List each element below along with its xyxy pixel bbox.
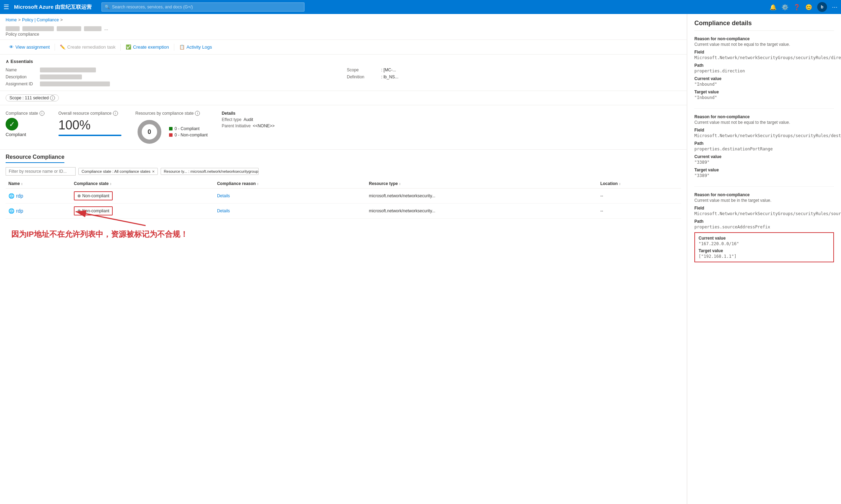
filter-tag-close-icon[interactable]: ✕	[152, 170, 155, 173]
target-value-label-2: Target value	[694, 168, 834, 172]
breadcrumb-sep1: >	[18, 17, 21, 22]
legend-compliant-dot	[169, 127, 173, 130]
breadcrumb-sep2: >	[60, 17, 63, 22]
compliant-label: Compliant	[6, 132, 26, 137]
target-value-3: ["192.168.1.1"]	[699, 254, 830, 259]
resource-compliance-section: Resource Compliance Compliance state : A…	[0, 150, 687, 254]
details-link-0[interactable]: Details	[217, 193, 230, 198]
field-value-1: Microsoft.Network/networkSecurityGroups/…	[694, 55, 834, 60]
name-value-blurred	[40, 68, 96, 72]
toolbar-sep1	[55, 44, 55, 51]
table-header-row: Name ↕ Compliance state ↕ Compliance rea…	[6, 179, 681, 189]
donut-center-value: 0	[148, 128, 151, 136]
name-label: Name	[6, 68, 37, 72]
create-exemption-button[interactable]: ✅ Create exemption	[122, 43, 173, 51]
cell-reason-1: Details	[214, 204, 366, 219]
scope-badge[interactable]: Scope : 111 selected i	[6, 94, 59, 101]
scope-value: : [MC-...	[381, 68, 396, 72]
network-icon-1: 🌐	[8, 208, 14, 214]
create-remediation-button[interactable]: ✏️ Create remediation task	[56, 43, 119, 51]
resource-compliance-title: Resource Compliance	[6, 154, 64, 163]
field-value-2: Microsoft.Network/networkSecurityGroups/…	[694, 133, 834, 138]
col-header-location[interactable]: Location ↕	[597, 179, 681, 189]
compliance-detail-block-1: Reason for non-compliance Current value …	[694, 36, 834, 109]
create-remediation-label: Create remediation task	[67, 44, 115, 50]
col-header-name[interactable]: Name ↕	[6, 179, 71, 189]
annotation-area: 因为IP地址不在允许列表中，资源被标记为不合规！	[6, 219, 681, 250]
toolbar-sep2	[120, 44, 121, 51]
field-label-3: Field	[694, 206, 834, 211]
scope-label: Scope	[347, 68, 378, 72]
filter-tag-resource-type[interactable]: Resource ty... : microsoft.network/netwo…	[161, 168, 259, 175]
location-sort-icon: ↕	[619, 182, 621, 186]
hamburger-icon[interactable]: ☰	[3, 3, 9, 11]
view-assignment-label: View assignment	[15, 44, 50, 50]
field-label-2: Field	[694, 128, 834, 133]
donut-info-icon[interactable]: i	[195, 111, 200, 116]
resource-filter-input[interactable]	[6, 167, 76, 176]
scope-section: Scope : 111 selected i	[0, 91, 687, 105]
essentials-grid: Name Description Assignment ID Scope	[6, 68, 681, 86]
nav-icons: 🔔 ⚙️ ❓ 😊 b ⋯	[770, 2, 838, 12]
col-header-compliance-reason[interactable]: Compliance reason ↕	[214, 179, 366, 189]
col-header-resource-type[interactable]: Resource type ↕	[366, 179, 597, 189]
col-header-compliance-state[interactable]: Compliance state ↕	[71, 179, 214, 189]
definition-label: Definition	[347, 74, 378, 79]
parent-value: <<NONE>>	[253, 123, 275, 128]
compliance-state-block: Compliance state i ✓ Compliant	[6, 111, 44, 137]
filter-tag-resource-label: Resource ty... : microsoft.network/netwo…	[164, 169, 259, 173]
details-link-1[interactable]: Details	[217, 208, 230, 213]
parent-label: Parent Initiative	[222, 123, 251, 128]
compliance-state-info-icon[interactable]: i	[40, 111, 44, 116]
resource-name-link-0[interactable]: 🌐 rdp	[8, 193, 68, 199]
compliance-sort-icon: ↕	[110, 182, 112, 186]
resource-name-link-1[interactable]: 🌐 rdp	[8, 208, 68, 214]
search-icon: 🔍	[105, 5, 110, 9]
details-title: Details	[222, 111, 274, 116]
reason-sort-icon: ↕	[257, 182, 259, 186]
legend-noncompliant-dot	[169, 133, 173, 137]
filter-tag-compliance-state[interactable]: Compliance state : All compliance states…	[78, 168, 158, 175]
cell-location-1: --	[597, 204, 681, 219]
compliance-detail-block-3: Reason for non-compliance Current value …	[694, 192, 834, 268]
more-icon[interactable]: ⋯	[832, 4, 838, 10]
donut-section: 0 0 - Compliant 0 - Non-compliant	[135, 118, 208, 146]
breadcrumb-policy[interactable]: Policy | Compliance	[22, 17, 59, 22]
donut-chart: 0	[135, 118, 163, 146]
cell-type-0: microsoft.network/networksecurity...	[366, 189, 597, 204]
settings-icon[interactable]: ⚙️	[782, 4, 789, 10]
breadcrumb-home[interactable]: Home	[6, 17, 17, 22]
table-row: 🌐 rdp ⊗ Non-compliant Details microsoft.…	[6, 204, 681, 219]
path-label-2: Path	[694, 141, 834, 146]
filter-tag-compliance-label: Compliance state : All compliance states	[82, 169, 150, 173]
legend-compliant-label: 0 - Compliant	[175, 126, 199, 131]
effect-label: Effect type	[222, 117, 241, 122]
check-circle-icon: ✓	[6, 118, 18, 130]
target-value-label-1: Target value	[694, 90, 834, 94]
percent-value: 100%	[58, 118, 121, 133]
user-avatar[interactable]: b	[817, 2, 827, 12]
left-panel: Home > Policy | Compliance > ... Policy …	[0, 14, 687, 504]
scope-info-icon[interactable]: i	[50, 95, 55, 100]
help-icon[interactable]: ❓	[793, 4, 800, 10]
compliance-details-title: Compliance details	[694, 20, 834, 31]
view-assignment-button[interactable]: 👁 View assignment	[6, 43, 53, 51]
reason-value-3: Current value must be in the target valu…	[694, 198, 834, 203]
cell-type-1: microsoft.network/networksecurity...	[366, 204, 597, 219]
stats-section: Compliance state i ✓ Compliant Overall r…	[0, 105, 687, 150]
target-value-1: "Inbound"	[694, 95, 834, 100]
policy-sub-blurred	[57, 26, 81, 31]
policy-more-btn[interactable]: ...	[104, 26, 108, 31]
search-bar[interactable]: 🔍 Search resources, services, and docs (…	[101, 2, 304, 12]
compliance-state-cell-0: Non-compliant	[82, 193, 109, 198]
notification-icon[interactable]: 🔔	[770, 4, 777, 10]
table-row: 🌐 rdp ⊗ Non-compliant Details microsoft.…	[6, 189, 681, 204]
activity-logs-button[interactable]: 📋 Activity Logs	[176, 43, 216, 51]
overall-info-icon[interactable]: i	[113, 111, 118, 116]
current-value-1: "Inbound"	[694, 82, 834, 87]
feedback-icon[interactable]: 😊	[805, 4, 812, 10]
overall-label: Overall resource compliance	[58, 111, 112, 116]
progress-bar-fill	[58, 135, 121, 136]
reason-value-1: Current value must not be equal to the t…	[694, 42, 834, 47]
view-assignment-icon: 👁	[9, 44, 14, 50]
